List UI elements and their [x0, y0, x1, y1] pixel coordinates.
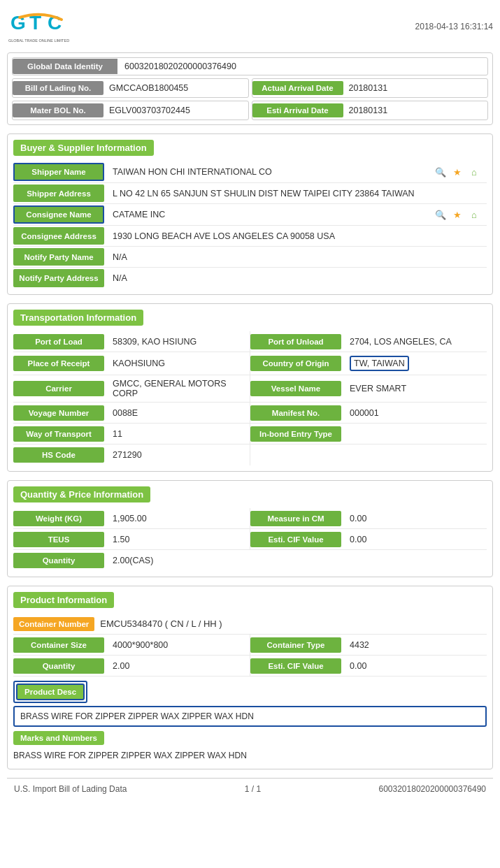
star-icon[interactable]: ★ — [450, 208, 464, 222]
vessel-name-value: EVER SMART — [344, 380, 487, 397]
global-data-identity-label: Global Data Identity — [13, 59, 117, 74]
search-icon[interactable]: 🔍 — [434, 165, 448, 179]
weight-cell: Weight (KG) 1,905.00 — [13, 508, 250, 528]
top-info-card: Global Data Identity 6003201802020000037… — [7, 52, 493, 125]
port-row: Port of Load 58309, KAO HSIUNG Port of U… — [13, 331, 487, 352]
logo-box: G T C GLOBAL TRADE ONLINE LIMITED — [7, 7, 77, 45]
consignee-name-row: Consignee Name CATAME INC 🔍 ★ ⌂ — [13, 204, 487, 226]
in-bond-label: In-bond Entry Type — [250, 426, 341, 442]
transport-inbond-row: Way of Transport 11 In-bond Entry Type — [13, 424, 487, 444]
global-data-identity-row: Global Data Identity 6003201802020000037… — [12, 57, 488, 75]
port-of-load-value: 58309, KAO HSIUNG — [107, 333, 250, 350]
shipper-name-value: TAIWAN HON CHI INTERNATIONAL CO — [113, 167, 272, 177]
bill-of-lading-value: GMCCAOB1800455 — [103, 80, 194, 96]
quantity-label: Quantity — [13, 553, 104, 568]
actual-arrival-value: 20180131 — [343, 80, 394, 96]
logo-container: G T C GLOBAL TRADE ONLINE LIMITED — [7, 7, 77, 45]
footer-right: 60032018020200000376490 — [379, 784, 487, 794]
carrier-cell: Carrier GMCC, GENERAL MOTORS CORP — [13, 375, 250, 402]
esti-cif-cell: Esti. CIF Value 0.00 — [250, 529, 487, 549]
footer-center: 1 / 1 — [245, 784, 261, 794]
container-type-value: 4432 — [344, 637, 487, 653]
in-bond-value — [344, 431, 487, 437]
country-origin-highlighted-value: TW, TAIWAN — [350, 356, 409, 371]
port-of-unload-value: 2704, LOS ANGELES, CA — [344, 333, 487, 350]
marks-label: Marks and Numbers — [13, 731, 104, 745]
container-number-label: Container Number — [13, 617, 94, 631]
place-of-receipt-value: KAOHSIUNG — [107, 355, 250, 372]
consignee-name-label: Consignee Name — [13, 205, 104, 224]
prod-quantity-cif-row: Quantity 2.00 Esti. CIF Value 0.00 — [13, 656, 487, 677]
product-desc-value: BRASS WIRE FOR ZIPPER ZIPPER WAX ZIPPER … — [13, 706, 487, 727]
bill-of-lading-label: Bill of Lading No. — [13, 81, 103, 95]
country-of-origin-value: TW, TAIWAN — [344, 352, 487, 375]
timestamp: 2018-04-13 16:31:14 — [415, 22, 493, 31]
buyer-supplier-card: Buyer & Supplier Information Shipper Nam… — [7, 133, 493, 295]
actual-arrival-label: Actual Arrival Date — [252, 81, 343, 95]
home-icon[interactable]: ⌂ — [467, 208, 481, 222]
port-of-unload-label: Port of Unload — [250, 334, 341, 349]
way-of-transport-value: 11 — [107, 426, 250, 442]
way-of-transport-label: Way of Transport — [13, 426, 104, 442]
prod-esti-cif-label: Esti. CIF Value — [250, 658, 341, 674]
carrier-value: GMCC, GENERAL MOTORS CORP — [107, 375, 250, 402]
consignee-icons: 🔍 ★ ⌂ — [434, 208, 481, 222]
shipper-name-label: Shipper Name — [13, 163, 104, 181]
bol-row: Bill of Lading No. GMCCAOB1800455 Actual… — [12, 78, 488, 98]
teus-cif-row: TEUS 1.50 Esti. CIF Value 0.00 — [13, 529, 487, 550]
notify-party-address-value: N/A — [107, 268, 487, 289]
transportation-card: Transportation Information Port of Load … — [7, 303, 493, 472]
esti-cif-label: Esti. CIF Value — [250, 532, 341, 547]
transportation-title: Transportation Information — [13, 310, 143, 326]
shipper-address-label: Shipper Address — [13, 185, 104, 202]
esti-arrival-label: Esti Arrival Date — [252, 103, 343, 117]
measure-value: 0.00 — [344, 510, 487, 527]
quantity-cell: Quantity 2.00(CAS) — [13, 550, 250, 571]
home-icon[interactable]: ⌂ — [467, 165, 481, 179]
port-of-load-label: Port of Load — [13, 334, 104, 349]
prod-quantity-value: 2.00 — [107, 658, 250, 674]
consignee-address-row: Consignee Address 1930 LONG BEACH AVE LO… — [13, 226, 487, 247]
weight-measure-row: Weight (KG) 1,905.00 Measure in CM 0.00 — [13, 508, 487, 529]
bill-of-lading-item: Bill of Lading No. GMCCAOB1800455 — [12, 78, 249, 98]
quantity-price-card: Quantity & Price Information Weight (KG)… — [7, 480, 493, 577]
measure-cell: Measure in CM 0.00 — [250, 508, 487, 528]
teus-cell: TEUS 1.50 — [13, 529, 250, 549]
star-icon[interactable]: ★ — [450, 165, 464, 179]
container-type-cell: Container Type 4432 — [250, 635, 487, 655]
product-desc-section: Product Desc — [13, 681, 487, 703]
global-data-identity-value: 60032018020200000376490 — [117, 58, 243, 75]
country-of-origin-label: Country of Origin — [250, 356, 341, 371]
notify-party-name-value: N/A — [107, 247, 487, 267]
quantity-row: Quantity 2.00(CAS) — [13, 550, 487, 571]
mater-bol-value: EGLV003703702445 — [103, 103, 196, 118]
shipper-icons: 🔍 ★ ⌂ — [434, 165, 481, 179]
teus-value: 1.50 — [107, 531, 250, 548]
esti-arrival-value: 20180131 — [343, 103, 394, 118]
prod-quantity-cell: Quantity 2.00 — [13, 656, 250, 676]
container-size-value: 4000*900*800 — [107, 637, 250, 653]
consignee-address-label: Consignee Address — [13, 227, 104, 245]
voyage-number-value: 0088E — [107, 405, 250, 421]
product-info-card: Product Information Container Number EMC… — [7, 586, 493, 769]
esti-arrival-item: Esti Arrival Date 20180131 — [252, 101, 489, 120]
quantity-value: 2.00(CAS) — [107, 552, 250, 569]
page: G T C GLOBAL TRADE ONLINE LIMITED 2018-0… — [0, 0, 500, 868]
measure-label: Measure in CM — [250, 511, 341, 526]
shipper-name-value-cell: TAIWAN HON CHI INTERNATIONAL CO 🔍 ★ ⌂ — [107, 161, 487, 182]
notify-party-address-label: Notify Party Address — [13, 269, 104, 287]
place-of-receipt-cell: Place of Receipt KAOHSIUNG — [13, 352, 250, 375]
weight-value: 1,905.00 — [107, 510, 250, 527]
marks-value: BRASS WIRE FOR ZIPPER ZIPPER WAX ZIPPER … — [13, 748, 487, 763]
shipper-address-row: Shipper Address L NO 42 LN 65 SANJUN ST … — [13, 183, 487, 204]
country-of-origin-cell: Country of Origin TW, TAIWAN — [250, 352, 487, 375]
container-number-value: EMCU5348470 ( CN / L / HH ) — [100, 619, 222, 629]
notify-party-name-label: Notify Party Name — [13, 248, 104, 266]
header: G T C GLOBAL TRADE ONLINE LIMITED 2018-0… — [7, 7, 493, 45]
shipper-name-row: Shipper Name TAIWAN HON CHI INTERNATIONA… — [13, 161, 487, 183]
logo-svg: G T C GLOBAL TRADE ONLINE LIMITED — [7, 7, 77, 45]
footer-left: U.S. Import Bill of Lading Data — [14, 784, 127, 794]
hs-code-cell: HS Code 271290 — [13, 444, 250, 465]
teus-label: TEUS — [13, 532, 104, 547]
search-icon[interactable]: 🔍 — [434, 208, 448, 222]
